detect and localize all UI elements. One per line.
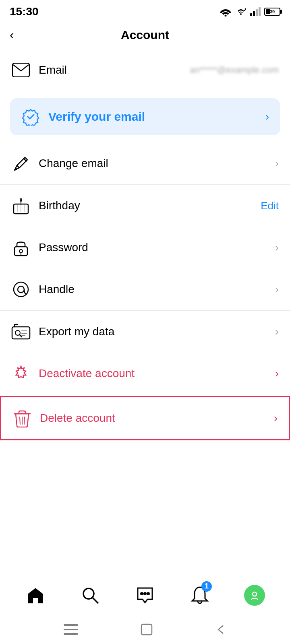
handle-label: Handle	[39, 283, 267, 296]
svg-rect-25	[64, 624, 78, 626]
password-chevron: ›	[275, 241, 279, 254]
deactivate-row[interactable]: Deactivate account ›	[0, 353, 290, 394]
export-label: Export my data	[39, 325, 267, 338]
birthday-row[interactable]: Birthday Edit	[0, 185, 290, 227]
change-email-chevron: ›	[275, 157, 279, 170]
search-icon	[81, 586, 100, 605]
battery-icon: 39	[264, 8, 280, 16]
password-label: Password	[39, 241, 267, 254]
account-details-section: Birthday Edit Password ›	[0, 185, 290, 311]
nav-profile[interactable]	[238, 581, 271, 609]
birthday-icon	[11, 196, 31, 215]
svg-point-21	[141, 592, 143, 594]
svg-rect-5	[259, 7, 261, 16]
message-icon	[135, 586, 155, 605]
verify-icon	[21, 107, 40, 126]
wifi-icon	[219, 7, 232, 17]
status-bar: 15:30 39	[0, 0, 290, 21]
export-icon	[11, 322, 31, 341]
android-nav-bar	[0, 615, 290, 644]
export-row[interactable]: Export my data ›	[0, 311, 290, 353]
status-time: 15:30	[10, 5, 39, 18]
edit-icon	[11, 154, 31, 173]
nav-home[interactable]	[19, 581, 52, 609]
change-email-row[interactable]: Change email ›	[0, 142, 290, 184]
triangle-back-icon	[215, 624, 226, 635]
svg-line-20	[93, 598, 98, 603]
svg-rect-2	[250, 13, 252, 16]
svg-point-1	[240, 13, 242, 15]
birthday-label: Birthday	[39, 199, 253, 212]
svg-rect-6	[12, 63, 29, 77]
svg-point-22	[144, 592, 146, 594]
handle-row[interactable]: Handle ›	[0, 268, 290, 310]
square-icon	[141, 623, 153, 636]
svg-line-16	[20, 417, 20, 424]
deactivate-icon	[11, 364, 31, 383]
email-value: an*****@example.com	[190, 65, 279, 75]
deactivate-label: Deactivate account	[39, 367, 267, 380]
nav-messages[interactable]	[129, 581, 161, 609]
content: Email an*****@example.com Verify your em…	[0, 49, 290, 575]
svg-point-24	[253, 592, 257, 596]
svg-rect-3	[253, 11, 255, 16]
svg-rect-14	[12, 327, 30, 339]
birthday-edit[interactable]: Edit	[261, 200, 279, 212]
verify-chevron: ›	[265, 110, 269, 123]
bars-icon	[250, 7, 261, 17]
svg-rect-28	[141, 624, 152, 635]
verify-email-row[interactable]: Verify your email ›	[10, 98, 280, 135]
delete-icon	[12, 409, 32, 428]
password-icon	[11, 238, 31, 257]
danger-section: Export my data › Deactivate account ›	[0, 311, 290, 442]
delete-row[interactable]: Delete account ›	[0, 396, 290, 440]
svg-line-18	[24, 417, 25, 424]
profile-icon	[248, 589, 261, 602]
email-row: Email an*****@example.com	[0, 49, 290, 91]
header: ‹ Account	[0, 21, 290, 49]
change-email-label: Change email	[39, 157, 267, 170]
svg-point-13	[18, 286, 24, 293]
email-section: Email an*****@example.com Verify your em…	[0, 49, 290, 185]
menu-lines-icon	[64, 624, 78, 635]
email-icon	[11, 60, 31, 80]
profile-avatar	[244, 585, 265, 606]
delete-label: Delete account	[40, 412, 266, 425]
signal-icon	[235, 7, 246, 17]
back-button[interactable]: ‹	[10, 27, 14, 42]
svg-rect-26	[64, 629, 78, 630]
notification-badge: 1	[201, 581, 212, 592]
delete-chevron: ›	[274, 412, 278, 425]
nav-notifications[interactable]: 1	[184, 581, 216, 609]
deactivate-chevron: ›	[275, 367, 279, 380]
bottom-nav: 1	[0, 575, 290, 615]
svg-rect-4	[256, 9, 258, 16]
handle-icon	[11, 280, 31, 299]
page-title: Account	[121, 28, 169, 42]
email-label: Email	[39, 64, 182, 76]
svg-rect-27	[64, 633, 78, 635]
svg-point-10	[19, 250, 23, 253]
status-icons: 39	[219, 7, 280, 17]
verify-email-label: Verify your email	[48, 110, 257, 124]
export-chevron: ›	[275, 325, 279, 338]
nav-search[interactable]	[74, 581, 106, 609]
password-row[interactable]: Password ›	[0, 227, 290, 268]
android-menu-btn[interactable]	[64, 624, 78, 635]
android-home-btn[interactable]	[141, 623, 153, 636]
android-back-btn[interactable]	[215, 624, 226, 635]
handle-chevron: ›	[275, 283, 279, 296]
svg-point-19	[83, 588, 94, 599]
home-icon	[26, 586, 45, 605]
svg-point-0	[225, 15, 227, 17]
svg-point-23	[147, 592, 149, 594]
